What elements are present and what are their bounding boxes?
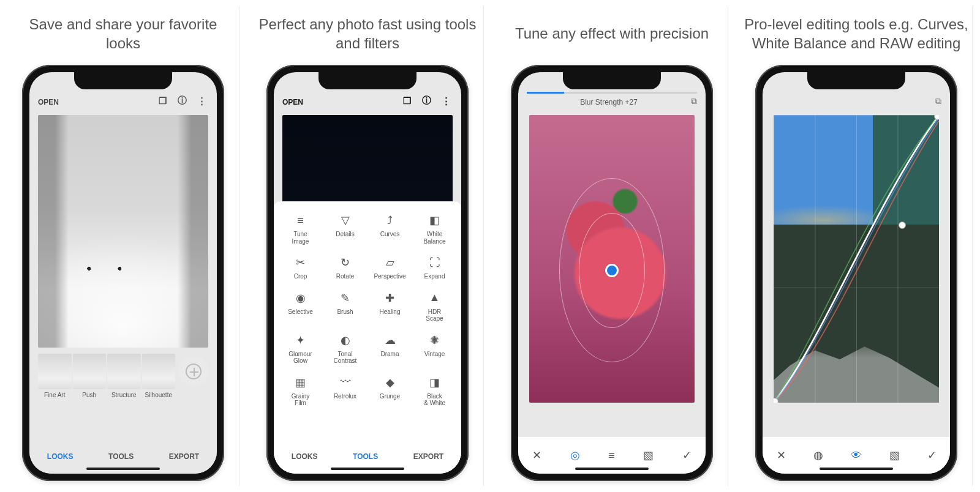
tool-drama[interactable]: ☁Drama <box>368 330 412 368</box>
home-indicator <box>86 468 160 470</box>
tool-white-balance[interactable]: ◧WhiteBalance <box>413 210 456 248</box>
tool-label: HDRScape <box>426 308 443 322</box>
close-icon[interactable]: ✕ <box>532 449 541 462</box>
plus-icon <box>186 363 202 379</box>
check-icon[interactable]: ✓ <box>682 449 692 462</box>
add-look-button[interactable] <box>179 357 208 386</box>
look-item[interactable]: Push <box>73 354 107 398</box>
phone-mock: OPEN ❒ ⓘ ⋮ Fine Art Push Structure <box>22 65 224 481</box>
grunge-icon: ◆ <box>386 376 394 389</box>
close-icon[interactable]: ✕ <box>777 449 786 462</box>
crop-icon: ✂ <box>296 256 305 269</box>
tool-tune-image[interactable]: ≡TuneImage <box>279 210 322 248</box>
slider-track[interactable] <box>527 92 697 94</box>
curve-point[interactable] <box>899 222 906 229</box>
open-button[interactable]: OPEN <box>282 98 303 106</box>
eye-icon[interactable]: 👁 <box>851 449 862 462</box>
tool-grunge[interactable]: ◆Grunge <box>368 372 412 411</box>
tool-grainy-film[interactable]: ▦GrainyFilm <box>279 372 322 411</box>
edited-photo[interactable] <box>774 115 939 403</box>
hdr-scape-icon: ▲ <box>429 291 440 305</box>
tool-curves[interactable]: ⤴Curves <box>368 210 412 248</box>
tool-tonal-contrast[interactable]: ◐TonalContrast <box>323 330 367 368</box>
compare-icon[interactable]: ⧉ <box>935 96 941 106</box>
selective-icon: ◉ <box>296 291 306 305</box>
open-button[interactable]: OPEN <box>38 98 59 106</box>
tool-crop[interactable]: ✂Crop <box>279 252 322 284</box>
curves-overlay[interactable] <box>774 115 939 403</box>
tab-tools[interactable]: TOOLS <box>353 452 378 461</box>
styles-icon[interactable]: ▧ <box>889 449 900 462</box>
look-thumb <box>142 354 176 389</box>
healing-icon: ✚ <box>385 291 394 305</box>
info-icon[interactable]: ⓘ <box>175 95 189 106</box>
tool-hdr-scape[interactable]: ▲HDRScape <box>413 288 456 326</box>
tab-export[interactable]: EXPORT <box>413 452 443 461</box>
tool-healing[interactable]: ✚Healing <box>368 288 412 326</box>
tool-vintage[interactable]: ✺Vintage <box>413 330 456 368</box>
tool-black-white[interactable]: ◨Black& White <box>413 372 456 411</box>
caption: Perfect any photo fast using tools and f… <box>255 6 480 65</box>
look-item[interactable]: Structure <box>107 354 141 398</box>
layers-icon[interactable]: ❒ <box>156 95 169 106</box>
phone-mock: OPEN ❒ ⓘ ⋮ ≡TuneImage▽Details⤴Curves◧Whi… <box>266 65 469 481</box>
caption: Tune any effect with precision <box>515 6 709 65</box>
expand-icon: ⛶ <box>429 256 440 269</box>
glamour-glow-icon: ✦ <box>296 334 305 347</box>
white-balance-icon: ◧ <box>429 214 440 227</box>
info-icon[interactable]: ⓘ <box>420 95 433 106</box>
tune-label: Blur Strength +27 <box>527 98 691 106</box>
tab-looks[interactable]: LOOKS <box>47 452 74 461</box>
tool-label: Selective <box>288 308 313 316</box>
retrolux-icon: 〰 <box>340 376 351 389</box>
tool-perspective[interactable]: ▱Perspective <box>368 252 412 284</box>
control-point[interactable] <box>605 264 619 277</box>
looks-strip: Fine Art Push Structure Silhouette <box>29 351 217 400</box>
look-item[interactable]: Fine Art <box>38 354 72 398</box>
edited-photo[interactable] <box>529 115 695 403</box>
tool-label: Expand <box>424 273 445 280</box>
tool-label: Healing <box>380 308 401 316</box>
vintage-icon: ✺ <box>430 334 439 347</box>
look-label: Fine Art <box>38 392 72 398</box>
tool-label: GrainyFilm <box>292 393 309 407</box>
luminance-icon[interactable]: ◍ <box>813 449 823 462</box>
compare-icon[interactable]: ⧉ <box>691 96 697 106</box>
look-label: Silhouette <box>142 392 176 398</box>
more-icon[interactable]: ⋮ <box>195 95 208 106</box>
grainy-film-icon: ▦ <box>295 376 306 389</box>
more-icon[interactable]: ⋮ <box>439 95 453 106</box>
slider-fill <box>527 92 564 94</box>
tab-looks[interactable]: LOOKS <box>292 452 318 461</box>
notch <box>807 72 905 89</box>
tool-label: Vintage <box>424 351 445 358</box>
sliders-icon[interactable]: ≡ <box>608 449 615 462</box>
tool-selective[interactable]: ◉Selective <box>279 288 322 326</box>
styles-icon[interactable]: ▧ <box>643 449 654 462</box>
look-thumb <box>38 354 72 389</box>
tool-label: TuneImage <box>292 231 309 245</box>
home-indicator <box>331 468 404 470</box>
phone-mock: Blur Strength +27 ⧉ ✕◎≡▧✓ <box>511 65 713 481</box>
tool-grid: ≡TuneImage▽Details⤴Curves◧WhiteBalance✂C… <box>279 210 456 411</box>
check-icon[interactable]: ✓ <box>927 449 937 462</box>
panel-tune: Tune any effect with precision Blur Stre… <box>496 6 728 486</box>
tab-export[interactable]: EXPORT <box>169 452 199 461</box>
layers-icon[interactable]: ❒ <box>400 95 413 106</box>
phone-mock: ⧉ ✕◍👁▧✓ <box>755 65 957 481</box>
edited-photo[interactable] <box>38 115 208 348</box>
target-icon[interactable]: ◎ <box>570 449 580 462</box>
tool-label: Retrolux <box>334 393 356 400</box>
tool-label: GlamourGlow <box>288 351 312 365</box>
tool-label: TonalContrast <box>334 351 357 365</box>
tool-details[interactable]: ▽Details <box>323 210 367 248</box>
tool-expand[interactable]: ⛶Expand <box>413 252 456 284</box>
look-label: Structure <box>107 392 141 398</box>
curves-icon: ⤴ <box>387 214 393 227</box>
look-item[interactable]: Silhouette <box>142 354 176 398</box>
tool-rotate[interactable]: ↻Rotate <box>323 252 367 284</box>
tool-brush[interactable]: ✎Brush <box>323 288 367 326</box>
tab-tools[interactable]: TOOLS <box>108 452 134 461</box>
tool-retrolux[interactable]: 〰Retrolux <box>323 372 367 411</box>
tool-glamour-glow[interactable]: ✦GlamourGlow <box>279 330 322 368</box>
